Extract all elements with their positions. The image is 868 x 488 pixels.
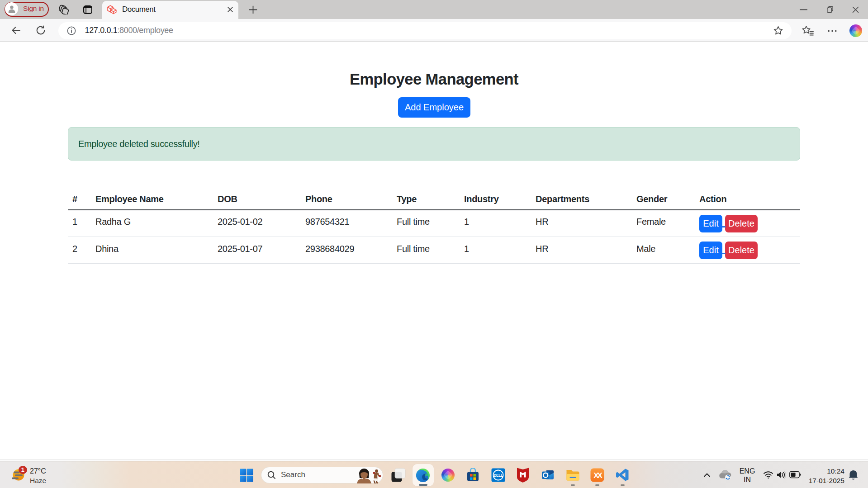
svg-text:DELL: DELL — [493, 474, 503, 478]
